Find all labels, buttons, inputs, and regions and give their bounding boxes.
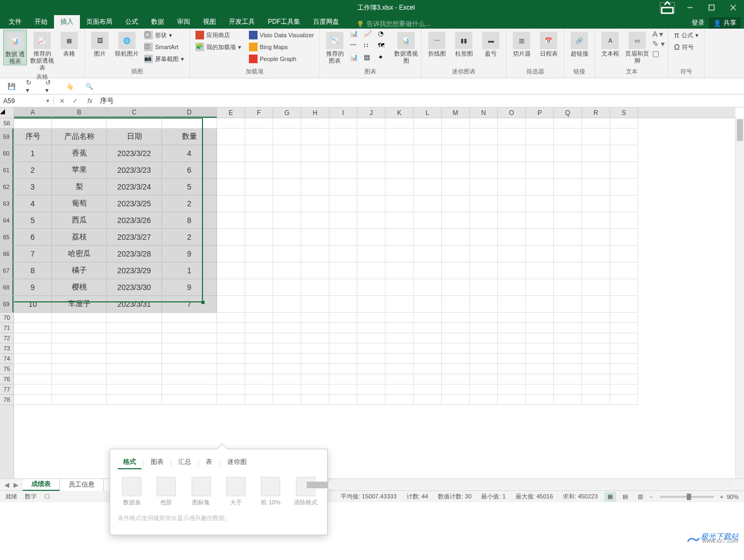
cell-G66[interactable] (273, 246, 301, 262)
cell-I66[interactable] (329, 246, 357, 262)
cell-R69[interactable] (582, 296, 610, 313)
cell-S60[interactable] (610, 145, 638, 162)
cell-C78[interactable] (107, 395, 162, 405)
cell-C61[interactable]: 2023/3/23 (107, 162, 162, 179)
table-button[interactable]: ▦表格 (57, 30, 81, 57)
cell-F74[interactable] (245, 354, 273, 364)
cell-C65[interactable]: 2023/3/27 (107, 229, 162, 246)
cell-H59[interactable] (301, 129, 329, 145)
cell-M78[interactable] (442, 395, 470, 405)
stock-chart-icon[interactable]: 📊 (350, 53, 363, 64)
cell-N64[interactable] (470, 212, 498, 229)
cell-B66[interactable]: 哈密瓜 (52, 246, 107, 262)
cell-H73[interactable] (301, 343, 329, 354)
sheet-tab-1[interactable]: 成绩表 (23, 479, 60, 491)
cell-L70[interactable] (414, 313, 442, 323)
cell-J76[interactable] (357, 374, 385, 384)
cell-S78[interactable] (610, 395, 638, 405)
cell-E74[interactable] (217, 354, 245, 364)
cell-A70[interactable] (14, 313, 52, 323)
cell-Q70[interactable] (554, 313, 582, 323)
cell-J70[interactable] (357, 313, 385, 323)
tab-formulas[interactable]: 公式 (119, 15, 145, 29)
online-picture-button[interactable]: 🌐联机图片 (115, 30, 139, 57)
ribbon-display-options[interactable] (660, 2, 675, 13)
cell-S73[interactable] (610, 343, 638, 354)
cell-F70[interactable] (245, 313, 273, 323)
cell-D76[interactable] (162, 374, 217, 384)
cell-A58[interactable] (14, 118, 52, 129)
cell-K74[interactable] (385, 354, 414, 364)
cell-C60[interactable]: 2023/3/22 (107, 145, 162, 162)
cell-D64[interactable]: 8 (162, 212, 217, 229)
shapes-button[interactable]: ◯形状 ▾ (142, 30, 186, 41)
cell-Q64[interactable] (554, 212, 582, 229)
cell-E63[interactable] (217, 195, 245, 212)
horizontal-scrollbar[interactable] (307, 481, 733, 489)
cell-B65[interactable]: 荔枝 (52, 229, 107, 246)
cell-C75[interactable] (107, 364, 162, 374)
cell-B71[interactable] (52, 323, 107, 333)
cell-I68[interactable] (329, 279, 357, 296)
cell-A77[interactable] (14, 384, 52, 395)
cell-L76[interactable] (414, 374, 442, 384)
column-header-A[interactable]: A (14, 107, 52, 118)
cell-P67[interactable] (526, 262, 554, 279)
cell-H70[interactable] (301, 313, 329, 323)
tab-review[interactable]: 审阅 (171, 15, 197, 29)
cell-N74[interactable] (470, 354, 498, 364)
pagebreak-view-button[interactable]: ▥ (634, 492, 646, 502)
cell-K61[interactable] (385, 162, 414, 179)
cell-F75[interactable] (245, 364, 273, 374)
cell-I78[interactable] (329, 395, 357, 405)
cell-O76[interactable] (498, 374, 526, 384)
cell-N60[interactable] (470, 145, 498, 162)
cell-E66[interactable] (217, 246, 245, 262)
cell-M66[interactable] (442, 246, 470, 262)
cell-M63[interactable] (442, 195, 470, 212)
worksheet-grid[interactable]: ◢ ABCDEFGHIJKLMNOPQRS 585960616263646566… (0, 107, 744, 478)
cell-G75[interactable] (273, 364, 301, 374)
cell-D65[interactable]: 2 (162, 229, 217, 246)
recommended-chart-button[interactable]: 📉推荐的 图表 (323, 30, 347, 64)
cell-G72[interactable] (273, 333, 301, 343)
cell-B78[interactable] (52, 395, 107, 405)
surface-chart-icon[interactable]: ▤ (364, 53, 377, 64)
normal-view-button[interactable]: ▦ (604, 492, 616, 502)
hyperlink-button[interactable]: 🔗超链接 (567, 30, 591, 57)
row-header-64[interactable]: 64 (0, 212, 13, 229)
cell-J71[interactable] (357, 323, 385, 333)
cell-S59[interactable] (610, 129, 638, 145)
row-header-62[interactable]: 62 (0, 179, 13, 195)
cell-N70[interactable] (470, 313, 498, 323)
cell-F65[interactable] (245, 229, 273, 246)
cell-A59[interactable]: 序号 (14, 129, 52, 145)
cell-I74[interactable] (329, 354, 357, 364)
cell-H78[interactable] (301, 395, 329, 405)
cell-A63[interactable]: 4 (14, 195, 52, 212)
cell-A72[interactable] (14, 333, 52, 343)
tell-me-search[interactable]: 💡 告诉我您想要做什么... (356, 19, 430, 29)
cell-M58[interactable] (442, 118, 470, 129)
cell-L78[interactable] (414, 395, 442, 405)
cell-L66[interactable] (414, 246, 442, 262)
cell-A64[interactable]: 5 (14, 212, 52, 229)
tab-pagelayout[interactable]: 页面布局 (80, 15, 119, 29)
cell-G68[interactable] (273, 279, 301, 296)
row-header-67[interactable]: 67 (0, 262, 13, 279)
cell-P71[interactable] (526, 323, 554, 333)
cell-S76[interactable] (610, 374, 638, 384)
chart-type-gallery[interactable]: 📊📈◔ 〰∷🗺 📊▤✦ (350, 30, 391, 64)
peoplegraph-button[interactable]: People Graph (247, 53, 316, 64)
cell-D67[interactable]: 1 (162, 262, 217, 279)
cell-R60[interactable] (582, 145, 610, 162)
cell-L59[interactable] (414, 129, 442, 145)
cell-F76[interactable] (245, 374, 273, 384)
vertical-scrollbar[interactable] (735, 118, 744, 478)
cell-O58[interactable] (498, 118, 526, 129)
qa-tab-total[interactable]: 汇总 (173, 456, 197, 469)
cell-Q72[interactable] (554, 333, 582, 343)
close-button[interactable] (722, 0, 744, 15)
bar-chart-icon[interactable]: 📊 (350, 30, 363, 41)
cell-J67[interactable] (357, 262, 385, 279)
